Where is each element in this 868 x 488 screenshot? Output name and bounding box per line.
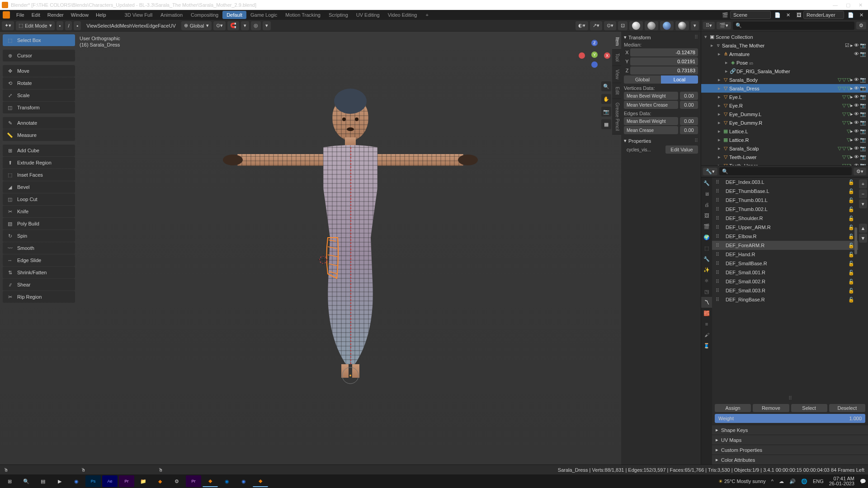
vertex-group-row[interactable]: ⠿DEF_ForeARM.R🔓 xyxy=(712,241,858,250)
vp-menu-mesh[interactable]: Mesh xyxy=(120,23,132,28)
deselect-button[interactable]: Deselect xyxy=(829,404,865,412)
outliner-row[interactable]: ▸▽Eye.R▽▽▸👁📷 xyxy=(701,101,868,110)
workspace-compositing[interactable]: Compositing xyxy=(187,11,222,19)
vp-menu-vertex[interactable]: Vertex xyxy=(132,23,146,28)
proptab-3[interactable]: 🖼 xyxy=(701,210,712,221)
tool-cursor[interactable]: ⊕Cursor xyxy=(3,50,75,61)
outliner-row[interactable]: ▸▽Eye.L▽▽▸👁📷 xyxy=(701,93,868,101)
tool-measure[interactable]: 📏Measure xyxy=(3,129,75,141)
workspace-animation[interactable]: Animation xyxy=(156,11,187,19)
tray-network-icon[interactable]: 🌐 xyxy=(801,479,807,484)
tool-shrink/fatten[interactable]: ⇅Shrink/Fatten xyxy=(3,267,75,278)
snap-selector[interactable]: ▾ xyxy=(241,21,249,30)
median-x[interactable]: -0.12478 xyxy=(630,48,698,56)
space-global[interactable]: Global xyxy=(624,75,661,84)
edit-value-button[interactable]: Edit Value xyxy=(665,145,698,154)
outliner-row[interactable]: ▸◈Pose 85 xyxy=(701,58,868,67)
lock-icon[interactable]: 🔓 xyxy=(848,234,854,239)
vp-menu-face[interactable]: Face xyxy=(158,23,169,28)
tool-inset-faces[interactable]: ⬚Inset Faces xyxy=(3,169,75,181)
minimize-icon[interactable]: — xyxy=(833,2,838,8)
viewlayer-selector[interactable]: RenderLayer xyxy=(803,11,844,19)
menu-window[interactable]: Window xyxy=(67,11,92,19)
space-local[interactable]: Local xyxy=(661,75,698,84)
vg-movedown-button[interactable]: ▼ xyxy=(859,234,867,243)
pan-icon[interactable]: ✋ xyxy=(601,94,611,104)
outliner-row[interactable]: ▸🔗DF_RIG_Sarala_Mother xyxy=(701,67,868,75)
panel-options-icon[interactable]: ⠿ xyxy=(694,34,698,40)
app-blender3[interactable]: ◆ xyxy=(253,475,268,487)
vg-specials-button[interactable]: ▾ xyxy=(859,199,867,208)
tray-notifications-icon[interactable]: 💬 xyxy=(860,479,866,484)
proptab-7[interactable]: 🔧 xyxy=(701,253,712,264)
tool-bevel[interactable]: ◢Bevel xyxy=(3,181,75,193)
app-premiere2[interactable]: Pr xyxy=(186,475,201,487)
tool-smooth[interactable]: 〰Smooth xyxy=(3,242,75,254)
proptab-13[interactable]: ≡ xyxy=(701,319,712,329)
vertex-group-list[interactable]: ⠿DEF_Index.003.L🔓⠿DEF_ThumbBase.L🔓⠿DEF_T… xyxy=(712,178,858,395)
sidetab-grease-pencil[interactable]: Grease Pencil xyxy=(612,99,621,135)
proptab-8[interactable]: ✨ xyxy=(701,264,712,275)
outliner-row[interactable]: ▸▽Eye_Dummy.R▽▽▸👁📷 xyxy=(701,118,868,127)
lock-icon[interactable]: 🔓 xyxy=(848,297,854,303)
menu-help[interactable]: Help xyxy=(92,11,110,19)
show-gizmo[interactable]: ↗▾ xyxy=(590,21,602,30)
vp-menu-uv[interactable]: UV xyxy=(169,23,175,28)
tray-volume-icon[interactable]: 🔊 xyxy=(789,479,796,484)
app-blender[interactable]: ◆ xyxy=(152,475,168,487)
vertex-group-row[interactable]: ⠿DEF_Thumb.001.L🔓 xyxy=(712,196,858,205)
selectmode-face[interactable]: ▪ xyxy=(74,21,81,30)
viewlayer-dup-icon[interactable]: 📄 xyxy=(846,12,856,18)
tool-rip-region[interactable]: ✂Rip Region xyxy=(3,291,75,303)
props-options[interactable]: ⚙▾ xyxy=(854,168,866,175)
panel-custom-properties[interactable]: ▸Custom Properties xyxy=(712,445,868,455)
proptab-15[interactable]: 🧵 xyxy=(701,340,712,351)
app-movies[interactable]: ▶ xyxy=(52,475,67,487)
app-unknown[interactable]: ⚙ xyxy=(169,475,184,487)
lock-icon[interactable]: 🔓 xyxy=(848,243,854,249)
vertex-group-row[interactable]: ⠿DEF_Upper_ARM.R🔓 xyxy=(712,223,858,232)
vertex-group-row[interactable]: ⠿DEF_Index.003.L🔓 xyxy=(712,178,858,187)
scrollbar-thumb[interactable] xyxy=(854,227,857,254)
outliner-filter[interactable]: ⚙ xyxy=(856,22,866,29)
ebw-label[interactable]: Mean Bevel Weight xyxy=(624,117,678,125)
proptab-0[interactable]: 🔧 xyxy=(701,178,712,188)
add-workspace-button[interactable]: + xyxy=(422,11,432,19)
tool-loop-cut[interactable]: ◫Loop Cut xyxy=(3,193,75,205)
outliner-display-mode[interactable]: ⠿▾ xyxy=(703,22,715,29)
vertex-group-row[interactable]: ⠿DEF_SmallBase.R🔓 xyxy=(712,259,858,268)
disclosure-icon[interactable]: ▾ xyxy=(624,34,627,40)
vertex-group-row[interactable]: ⠿DEF_Small.002.R🔓 xyxy=(712,277,858,286)
remove-button[interactable]: Remove xyxy=(753,404,789,412)
lock-icon[interactable]: 🔓 xyxy=(848,270,854,276)
sidetab-view[interactable]: View xyxy=(612,66,621,84)
vp-menu-edge[interactable]: Edge xyxy=(146,23,158,28)
outliner-view[interactable]: 🎬▾ xyxy=(717,22,731,29)
nav-gizmo[interactable]: Z Y X xyxy=(579,40,610,71)
lock-icon[interactable]: 🔓 xyxy=(848,225,854,230)
disclosure-icon[interactable]: ▾ xyxy=(624,138,627,144)
props-search[interactable]: 🔍 xyxy=(719,167,852,175)
proptab-6[interactable]: ⬚ xyxy=(701,243,712,253)
tray-clock[interactable]: 07:41 AM26-01-2023 xyxy=(829,476,854,486)
scene-selector[interactable]: Scene xyxy=(730,11,771,19)
lock-icon[interactable]: 🔓 xyxy=(848,197,854,203)
vp-menu-view[interactable]: View xyxy=(86,23,97,28)
props-editor-type[interactable]: 🔧▾ xyxy=(703,168,717,175)
outliner-row[interactable]: ▸▽Eye_Dummy.L▽▽▸👁📷 xyxy=(701,110,868,118)
vertex-group-row[interactable]: ⠿DEF_Thumb.002.L🔓 xyxy=(712,205,858,214)
vertex-group-row[interactable]: ⠿DEF_Hand.R🔓 xyxy=(712,250,858,259)
lock-icon[interactable]: 🔓 xyxy=(848,252,854,258)
assign-button[interactable]: Assign xyxy=(715,404,751,412)
scene-del-icon[interactable]: ✕ xyxy=(784,12,792,18)
perspective-icon[interactable]: ▦ xyxy=(601,119,611,129)
shading-wireframe[interactable] xyxy=(629,21,643,30)
panel-options-icon[interactable]: ⠿ xyxy=(694,138,698,144)
vg-moveup-button[interactable]: ▲ xyxy=(859,224,867,233)
vertex-group-row[interactable]: ⠿DEF_Shoulder.R🔓 xyxy=(712,214,858,223)
snap-toggle[interactable]: 🧲 xyxy=(227,21,239,30)
tool-transform[interactable]: ◫Transform xyxy=(3,102,75,113)
propedit-toggle[interactable]: ◎ xyxy=(251,21,261,30)
vertex-group-row[interactable]: ⠿DEF_Small.003.R🔓 xyxy=(712,286,858,295)
sidetab-tool[interactable]: Tool xyxy=(612,50,621,66)
